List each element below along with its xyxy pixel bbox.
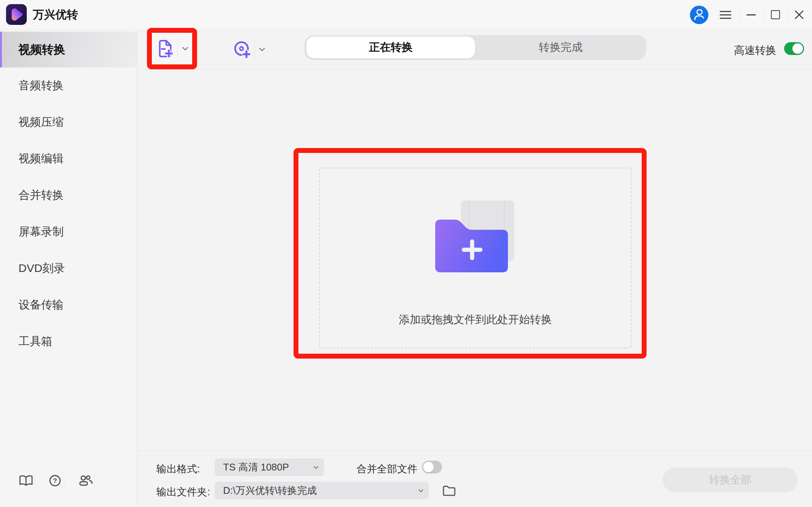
sidebar-item-video-convert[interactable]: 视频转换 — [0, 32, 137, 67]
footer-separator — [34, 474, 34, 488]
sidebar-item-device-transfer[interactable]: 设备传输 — [0, 287, 137, 323]
add-disc-button[interactable] — [231, 38, 268, 61]
add-file-icon — [156, 40, 173, 58]
add-disc-icon — [234, 41, 251, 58]
high-speed-toggle[interactable] — [784, 42, 804, 55]
maximize-icon[interactable] — [768, 8, 783, 21]
convert-all-button[interactable]: 转换全部 — [663, 467, 798, 492]
annotation-box-add-file — [147, 28, 197, 69]
tab-converting[interactable]: 正在转换 — [306, 37, 475, 58]
chevron-down-icon — [418, 489, 424, 492]
sidebar-item-label: 合并转换 — [18, 188, 64, 203]
sidebar-item-label: 工具箱 — [18, 334, 52, 349]
titlebar-separator — [763, 7, 764, 22]
footer-separator — [94, 474, 95, 488]
merge-all-toggle[interactable] — [422, 461, 442, 473]
app-logo-icon — [6, 4, 27, 25]
sidebar-item-toolbox[interactable]: 工具箱 — [0, 323, 137, 360]
sidebar-item-label: 屏幕录制 — [18, 224, 64, 240]
sidebar-item-video-compress[interactable]: 视频压缩 — [0, 104, 137, 140]
sidebar-item-dvd-burn[interactable]: DVD刻录 — [0, 250, 137, 287]
community-button[interactable] — [78, 475, 93, 487]
user-avatar[interactable] — [690, 6, 708, 24]
sidebar-item-label: 音频转换 — [18, 78, 64, 93]
browse-folder-button[interactable] — [441, 483, 457, 498]
sidebar-item-merge-convert[interactable]: 合并转换 — [0, 177, 137, 214]
minimize-icon[interactable] — [744, 8, 758, 21]
sidebar-item-label: 视频压缩 — [18, 115, 64, 130]
sidebar-item-screen-record[interactable]: 屏幕录制 — [0, 214, 137, 250]
output-format-label: 输出格式: — [156, 462, 200, 476]
help-icon: ? — [49, 475, 61, 487]
sidebar-item-label: 设备传输 — [18, 297, 64, 313]
button-divider — [177, 38, 178, 59]
high-speed-label: 高速转换 — [734, 43, 776, 58]
sidebar-item-label: DVD刻录 — [18, 261, 65, 276]
button-divider — [255, 40, 255, 59]
community-icon — [79, 475, 93, 487]
uniconverter-window: 万兴优转 视频转换 音频转换 视频压缩 视频编辑 合并转换 屏幕录制 DVD刻录… — [0, 0, 812, 507]
tab-label: 正在转换 — [369, 40, 413, 55]
merge-all-label: 合并全部文件 — [356, 462, 417, 476]
output-format-value: TS 高清 1080P — [223, 461, 289, 474]
titlebar-separator — [787, 7, 788, 22]
title-bar: 万兴优转 — [0, 0, 812, 30]
add-file-button[interactable] — [156, 38, 188, 59]
sidebar-item-audio-convert[interactable]: 音频转换 — [0, 67, 137, 104]
output-folder-select[interactable]: D:\万兴优转\转换完成 — [215, 482, 429, 499]
drop-hint-text: 添加或拖拽文件到此处开始转换 — [319, 312, 632, 327]
titlebar-separator — [740, 7, 740, 22]
tab-label: 转换完成 — [539, 40, 583, 55]
footer-separator — [64, 474, 64, 488]
sidebar-item-label: 视频转换 — [18, 42, 65, 58]
sidebar: 视频转换 音频转换 视频压缩 视频编辑 合并转换 屏幕录制 DVD刻录 设备传输… — [0, 30, 137, 507]
chevron-down-icon[interactable] — [182, 47, 188, 51]
tab-bar: 正在转换 转换完成 — [304, 35, 646, 60]
output-folder-value: D:\万兴优转\转换完成 — [223, 484, 317, 497]
bottombar-separator — [460, 483, 461, 498]
sidebar-item-video-edit[interactable]: 视频编辑 — [0, 140, 137, 177]
tab-finished[interactable]: 转换完成 — [475, 35, 646, 60]
chevron-down-icon — [313, 466, 319, 469]
chevron-down-icon[interactable] — [259, 47, 265, 52]
browse-folder-icon — [442, 485, 456, 496]
output-format-select[interactable]: TS 高清 1080P — [215, 458, 324, 476]
help-button[interactable]: ? — [49, 475, 61, 487]
add-folder-icon[interactable] — [435, 220, 508, 272]
app-title: 万兴优转 — [33, 0, 78, 29]
close-icon[interactable] — [792, 8, 806, 21]
guide-book-icon — [19, 475, 33, 486]
toggle-knob — [792, 43, 803, 54]
user-guide-button[interactable] — [19, 474, 33, 487]
sidebar-item-label: 视频编辑 — [18, 151, 64, 166]
toggle-knob — [423, 462, 434, 472]
menu-icon[interactable] — [720, 11, 731, 19]
svg-text:?: ? — [53, 477, 57, 484]
output-folder-label: 输出文件夹: — [156, 485, 210, 499]
